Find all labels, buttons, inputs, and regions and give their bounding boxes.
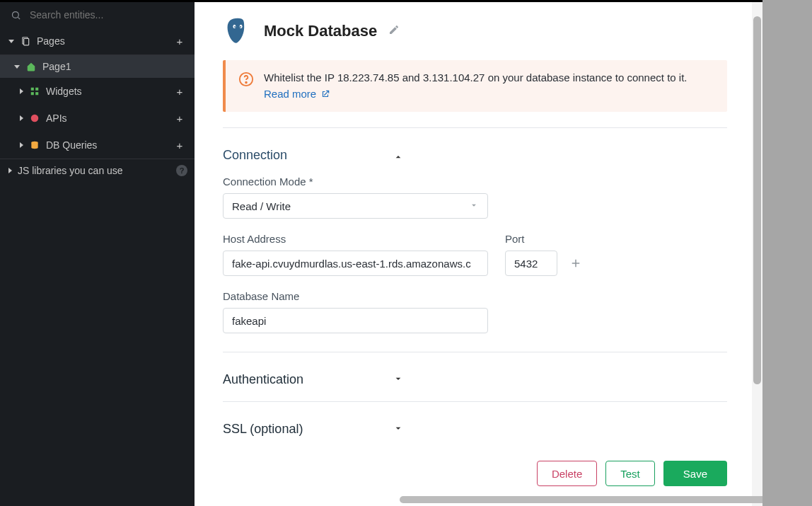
title-row: Mock Database (223, 16, 727, 46)
dbqueries-label: DB Queries (46, 139, 166, 151)
svg-rect-5 (35, 88, 38, 91)
sidebar: Pages + Page1 Widgets + APIs + (0, 2, 195, 506)
port-input[interactable] (505, 251, 557, 276)
caret-down-icon (14, 65, 20, 69)
svg-point-8 (31, 115, 39, 122)
svg-point-15 (245, 82, 247, 84)
svg-rect-4 (31, 88, 34, 91)
search-icon (10, 9, 21, 21)
conn-mode-value: Read / Write (232, 200, 291, 212)
delete-button[interactable]: Delete (537, 461, 597, 486)
section-auth-title: Authentication (223, 372, 393, 387)
conn-mode-label: Connection Mode * (223, 176, 727, 188)
svg-rect-6 (31, 92, 34, 95)
jslibs-label: JS libraries you can use (18, 165, 170, 176)
divider (223, 401, 727, 402)
section-auth-header[interactable]: Authentication (223, 365, 727, 394)
add-widget-button[interactable]: + (172, 84, 187, 99)
caret-right-icon (8, 168, 12, 173)
caret-right-icon (20, 115, 23, 121)
button-row: Delete Test Save (223, 461, 727, 486)
edit-title-button[interactable] (388, 24, 400, 38)
chevron-down-icon (393, 373, 404, 387)
conn-mode-group: Connection Mode * Read / Write (223, 176, 727, 219)
svg-rect-7 (35, 92, 38, 95)
svg-point-13 (240, 26, 241, 28)
svg-point-12 (234, 26, 236, 28)
horizontal-scroll-thumb[interactable] (400, 496, 762, 503)
tree-page1[interactable]: Page1 (0, 55, 195, 78)
notice-body: Whitelist the IP 18.223.74.85 and 3.131.… (264, 71, 687, 84)
port-group: Port (505, 233, 557, 276)
whitelist-notice: Whitelist the IP 18.223.74.85 and 3.131.… (223, 60, 727, 112)
svg-line-1 (18, 17, 20, 19)
save-button[interactable]: Save (663, 461, 727, 486)
search-input[interactable] (30, 9, 185, 21)
divider (223, 127, 727, 128)
chevron-up-icon (393, 149, 404, 163)
section-connection-title: Connection (223, 148, 393, 163)
add-host-button[interactable] (567, 255, 584, 272)
svg-point-0 (12, 11, 18, 18)
dbname-group: Database Name (223, 290, 727, 333)
notice-text: Whitelist the IP 18.223.74.85 and 3.131.… (264, 70, 687, 102)
tree-dbqueries[interactable]: DB Queries + (0, 132, 195, 159)
home-icon (25, 61, 37, 72)
host-label: Host Address (223, 233, 488, 245)
readmore-link[interactable]: Read more (264, 88, 330, 100)
search-row (0, 2, 195, 28)
dbname-label: Database Name (223, 290, 727, 302)
page1-label: Page1 (42, 61, 187, 72)
caret-right-icon (20, 142, 23, 148)
widgets-icon (29, 86, 40, 97)
add-api-button[interactable]: + (172, 110, 187, 126)
add-page-button[interactable]: + (172, 33, 187, 49)
postgres-icon (223, 16, 253, 46)
caret-right-icon (20, 88, 23, 94)
section-ssl-header[interactable]: SSL (optional) (223, 415, 727, 444)
host-group: Host Address (223, 233, 488, 276)
port-label: Port (505, 233, 557, 245)
tree-jslibs[interactable]: JS libraries you can use ? (0, 159, 195, 182)
tree-apis[interactable]: APIs + (0, 105, 195, 132)
tree-widgets[interactable]: Widgets + (0, 78, 195, 105)
scroll-track (752, 2, 762, 506)
divider (223, 352, 727, 352)
dbname-input[interactable] (223, 308, 488, 333)
main-panel: Mock Database Whitelist the IP 18.223.74… (195, 2, 762, 506)
port-row: Port (505, 233, 584, 276)
host-input[interactable] (223, 251, 488, 276)
page-title: Mock Database (264, 22, 377, 40)
apis-label: APIs (46, 113, 166, 124)
conn-mode-select[interactable]: Read / Write (223, 193, 488, 219)
chevron-down-icon (469, 200, 479, 212)
caret-down-icon (8, 40, 14, 43)
db-icon (29, 139, 40, 151)
widgets-label: Widgets (46, 86, 166, 97)
chevron-down-icon (393, 422, 404, 437)
add-dbquery-button[interactable]: + (172, 137, 187, 153)
test-button[interactable]: Test (605, 461, 655, 486)
section-ssl-title: SSL (optional) (223, 422, 393, 437)
info-icon (238, 71, 254, 90)
connection-form: Connection Mode * Read / Write Host Addr… (223, 176, 727, 333)
scroll-thumb[interactable] (753, 16, 761, 384)
help-icon[interactable]: ? (176, 165, 187, 176)
tree-pages-header[interactable]: Pages + (0, 28, 195, 55)
pages-label: Pages (37, 35, 166, 47)
section-connection-header[interactable]: Connection (223, 141, 727, 170)
apis-icon (29, 113, 40, 124)
svg-rect-3 (24, 39, 29, 45)
pages-icon (20, 35, 31, 47)
